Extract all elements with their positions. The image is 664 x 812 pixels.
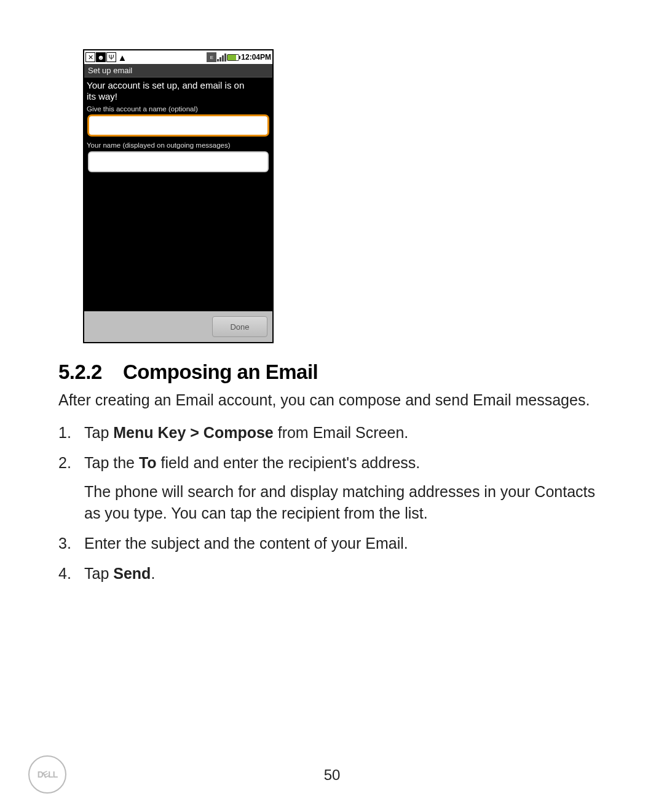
your-name-input[interactable] bbox=[88, 151, 269, 172]
step-substep: The phone will search for and display ma… bbox=[84, 481, 612, 524]
account-name-label: Give this account a name (optional) bbox=[84, 103, 272, 114]
bottom-bar: Done bbox=[84, 311, 272, 342]
usb-icon: Ψ bbox=[106, 52, 116, 62]
step-number: 3. bbox=[58, 533, 84, 554]
warning-icon: ▲ bbox=[117, 52, 128, 63]
dell-logo: DELL bbox=[28, 755, 66, 794]
setup-message-line2: its way! bbox=[87, 91, 117, 102]
step-body: Tap the To field and enter the recipient… bbox=[84, 452, 612, 524]
step-body: Enter the subject and the content of you… bbox=[84, 533, 612, 554]
step-body: Tap Send. bbox=[84, 563, 612, 584]
steps-list: 1. Tap Menu Key > Compose from Email Scr… bbox=[58, 422, 612, 584]
data-icon: E bbox=[207, 52, 216, 62]
your-name-label: Your name (displayed on outgoing message… bbox=[84, 140, 272, 150]
step-number: 2. bbox=[58, 452, 84, 524]
phone-screenshot: ✕ ☻ Ψ ▲ E 12:04PM Set up email Your acco… bbox=[83, 49, 274, 343]
status-time: 12:04PM bbox=[241, 53, 271, 62]
face-icon: ☻ bbox=[96, 52, 106, 62]
section-number: 5.2.2 bbox=[58, 360, 102, 384]
status-left-icons: ✕ ☻ Ψ ▲ bbox=[85, 52, 128, 63]
page-number: 50 bbox=[0, 766, 664, 784]
section-title: Composing an Email bbox=[123, 360, 318, 383]
battery-icon bbox=[227, 54, 239, 61]
screen-title: Set up email bbox=[84, 64, 272, 78]
close-icon: ✕ bbox=[85, 52, 95, 62]
section-intro: After creating an Email account, you can… bbox=[58, 390, 612, 411]
status-right-icons: E 12:04PM bbox=[207, 52, 271, 62]
done-button[interactable]: Done bbox=[212, 316, 267, 337]
setup-message: Your account is set up, and email is on … bbox=[84, 78, 272, 103]
list-item: 3. Enter the subject and the content of … bbox=[58, 533, 612, 554]
list-item: 4. Tap Send. bbox=[58, 563, 612, 584]
step-number: 1. bbox=[58, 422, 84, 444]
status-bar: ✕ ☻ Ψ ▲ E 12:04PM bbox=[84, 50, 272, 64]
account-name-input[interactable] bbox=[88, 115, 269, 136]
phone-body bbox=[84, 176, 272, 311]
list-item: 1. Tap Menu Key > Compose from Email Scr… bbox=[58, 422, 612, 444]
step-body: Tap Menu Key > Compose from Email Screen… bbox=[84, 422, 612, 444]
signal-icon bbox=[217, 53, 226, 62]
step-number: 4. bbox=[58, 563, 84, 584]
list-item: 2. Tap the To field and enter the recipi… bbox=[58, 452, 612, 524]
section-heading: 5.2.2Composing an Email bbox=[58, 360, 612, 384]
setup-message-line1: Your account is set up, and email is on bbox=[87, 80, 244, 90]
